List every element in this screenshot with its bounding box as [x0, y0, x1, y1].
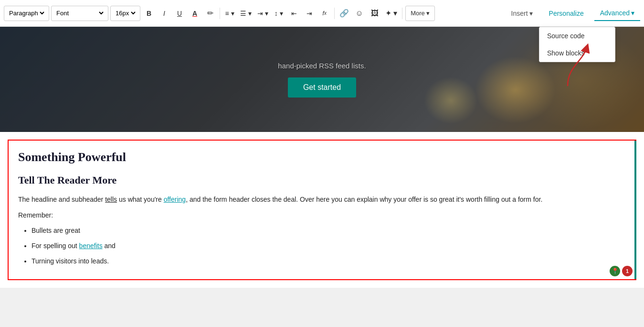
- get-started-button[interactable]: Get started: [288, 77, 356, 98]
- special-button[interactable]: ✦ ▾: [383, 6, 399, 21]
- font-color-button[interactable]: A: [188, 6, 201, 21]
- pin-badge: 📍: [610, 266, 620, 276]
- more-chevron: ▾: [426, 10, 430, 17]
- line-height-button[interactable]: ↕ ▾: [272, 6, 285, 21]
- hero-text: hand-picked RSS feed lists.: [278, 62, 366, 70]
- font-size-dropdown[interactable]: 16px 12px 14px 18px 24px: [114, 9, 137, 17]
- content-block[interactable]: Something Powerful Tell The Reader More …: [8, 140, 636, 280]
- count-badge: 1: [622, 266, 633, 276]
- personalize-button[interactable]: Personalize: [542, 6, 591, 21]
- highlight-button[interactable]: ✏: [203, 6, 217, 21]
- more-button[interactable]: More ▾: [405, 6, 435, 21]
- tells-word: tells: [105, 196, 117, 203]
- toolbar-right: Insert ▾ Personalize Advanced ▾: [506, 6, 640, 21]
- more-label: More: [411, 10, 425, 17]
- bold-button[interactable]: B: [142, 6, 156, 21]
- list-item: For spelling out benefits and: [32, 239, 626, 252]
- list-item: Bullets are great: [32, 224, 626, 237]
- image-button[interactable]: 🖼: [368, 6, 381, 21]
- paragraph-dropdown[interactable]: Paragraph Heading 1 Heading 2: [7, 9, 46, 17]
- toolbar: Paragraph Heading 1 Heading 2 Font 16px …: [0, 0, 644, 27]
- paragraph-select[interactable]: Paragraph Heading 1 Heading 2: [4, 6, 49, 21]
- remember-label: Remember:: [18, 211, 626, 219]
- link-button[interactable]: 🔗: [338, 6, 351, 21]
- divider-3: [402, 8, 402, 19]
- indent-button[interactable]: ⇥ ▾: [255, 6, 270, 21]
- font-size-select[interactable]: 16px 12px 14px 18px 24px: [110, 6, 140, 21]
- content-area: Something Powerful Tell The Reader More …: [0, 132, 644, 288]
- show-blocks-item[interactable]: Show blocks: [539, 44, 615, 62]
- insert-chevron: ▾: [529, 10, 533, 17]
- divider-1: [220, 8, 220, 19]
- source-code-item[interactable]: Source code: [539, 27, 615, 44]
- insert-label: Insert: [511, 10, 528, 17]
- fx-button[interactable]: fx: [318, 6, 331, 21]
- content-paragraph: The headline and subheader tells us what…: [18, 194, 626, 205]
- content-list: Bullets are great For spelling out benef…: [18, 224, 626, 268]
- outdent-left-button[interactable]: ⇤: [287, 6, 301, 21]
- advanced-button[interactable]: Advanced ▾: [594, 6, 640, 21]
- content-heading1: Something Powerful: [18, 150, 626, 164]
- emoji-button[interactable]: ☺: [353, 6, 366, 21]
- benefits-link[interactable]: benefits: [79, 242, 103, 250]
- advanced-label: Advanced: [600, 9, 630, 17]
- font-select[interactable]: Font: [51, 6, 108, 21]
- offering-link[interactable]: offering: [164, 196, 186, 203]
- font-dropdown[interactable]: Font: [54, 9, 105, 17]
- advanced-dropdown-menu: Source code Show blocks: [539, 27, 615, 62]
- bottom-badges: 📍 1: [610, 266, 633, 276]
- hero-content: hand-picked RSS feed lists. Get started: [278, 62, 366, 98]
- outdent-right-button[interactable]: ⇥: [303, 6, 316, 21]
- divider-2: [334, 8, 335, 19]
- list-button[interactable]: ☰ ▾: [238, 6, 253, 21]
- content-heading2: Tell The Reader More: [18, 174, 626, 186]
- underline-button[interactable]: U: [173, 6, 186, 21]
- align-button[interactable]: ≡ ▾: [223, 6, 236, 21]
- list-item: Turning visitors into leads.: [32, 254, 626, 268]
- insert-button[interactable]: Insert ▾: [506, 6, 538, 21]
- italic-button[interactable]: I: [158, 6, 171, 21]
- advanced-chevron: ▾: [631, 9, 634, 17]
